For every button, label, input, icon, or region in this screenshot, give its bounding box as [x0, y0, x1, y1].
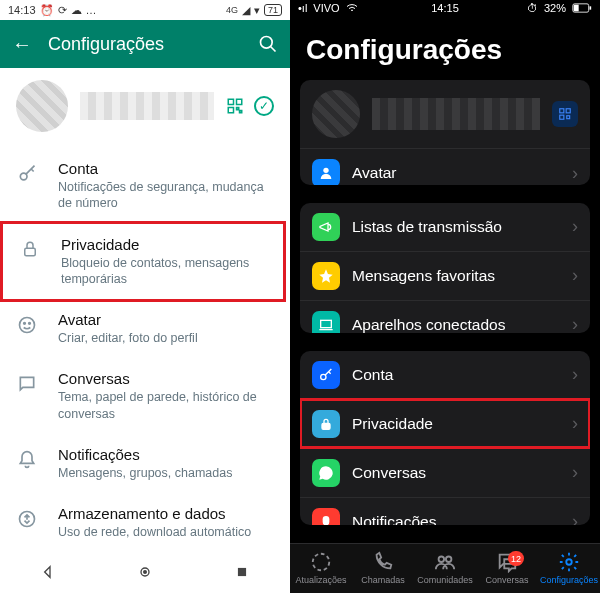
ios-item-favoritas[interactable]: Mensagens favoritas ›	[300, 251, 590, 300]
svg-line-1	[271, 47, 276, 52]
carrier-label: VIVO	[313, 2, 339, 14]
chevron-right-icon: ›	[572, 462, 578, 483]
tab-comunidades[interactable]: Comunidades	[414, 551, 476, 585]
svg-rect-29	[322, 423, 330, 429]
ios-item-conta[interactable]: Conta ›	[300, 351, 590, 399]
tab-label: Atualizações	[295, 575, 346, 585]
bell-icon	[312, 508, 340, 525]
item-sub: Bloqueio de contatos, mensagens temporár…	[61, 255, 271, 288]
cloud-icon: ☁	[71, 4, 82, 17]
status-ring-icon	[310, 551, 332, 573]
item-sub: Criar, editar, foto do perfil	[58, 330, 198, 346]
settings-item-privacidade[interactable]: PrivacidadeBloqueio de contatos, mensage…	[0, 221, 286, 303]
item-label: Notificações	[352, 513, 560, 525]
svg-point-34	[446, 557, 452, 563]
avatar	[16, 80, 68, 132]
check-circle-icon[interactable]: ✓	[254, 96, 274, 116]
tab-label: Chamadas	[361, 575, 405, 585]
wifi-icon: ▾	[254, 4, 260, 17]
svg-rect-5	[237, 108, 239, 110]
profile-name-blur	[372, 98, 540, 130]
android-app-bar: ← Configurações	[0, 20, 290, 68]
back-nav-icon[interactable]	[39, 563, 57, 581]
svg-rect-18	[238, 568, 246, 576]
recent-nav-icon[interactable]	[233, 563, 251, 581]
svg-rect-20	[574, 5, 579, 12]
svg-rect-6	[240, 111, 242, 113]
svg-rect-3	[237, 99, 242, 104]
tab-chamadas[interactable]: Chamadas	[352, 551, 414, 585]
tab-conversas[interactable]: 12 Conversas	[476, 551, 538, 585]
svg-point-0	[261, 37, 273, 49]
ios-item-aparelhos[interactable]: Aparelhos conectados ›	[300, 300, 590, 333]
ios-item-privacidade[interactable]: Privacidade ›	[300, 399, 590, 448]
face-icon	[16, 315, 38, 335]
star-icon	[312, 262, 340, 290]
android-nav-bar	[0, 551, 290, 593]
item-label: Listas de transmissão	[352, 218, 560, 236]
signal-icon: •ıl	[298, 2, 307, 14]
item-label: Conversas	[352, 464, 560, 482]
ios-profile-row[interactable]	[300, 80, 590, 148]
svg-rect-30	[323, 516, 330, 525]
chevron-right-icon: ›	[572, 216, 578, 237]
svg-rect-2	[228, 99, 233, 104]
qr-icon[interactable]	[226, 97, 244, 115]
svg-rect-4	[228, 108, 233, 113]
ios-status-bar: •ıl VIVO 14:15 ⏱ 32%	[290, 0, 600, 16]
svg-rect-22	[560, 109, 564, 113]
item-title: Conta	[58, 160, 274, 177]
profile-name-blur	[80, 92, 214, 120]
tab-atualizacoes[interactable]: Atualizações	[290, 551, 352, 585]
lock-icon	[312, 410, 340, 438]
alarm-icon: ⏰	[40, 4, 54, 17]
settings-item-armazenamento[interactable]: Armazenamento e dadosUso de rede, downlo…	[0, 493, 290, 551]
tab-configuracoes[interactable]: Configurações	[538, 551, 600, 585]
more-icon: …	[86, 4, 97, 16]
settings-item-conta[interactable]: ContaNotificações de segurança, mudança …	[0, 148, 290, 224]
ios-item-notificacoes[interactable]: Notificações ›	[300, 497, 590, 525]
qr-icon[interactable]	[552, 101, 578, 127]
android-screen: 14:13 ⏰ ⟳ ☁ … 4G ◢ ▾ 71 ← Configurações …	[0, 0, 290, 593]
tab-label: Conversas	[485, 575, 528, 585]
ios-item-avatar[interactable]: Avatar ›	[300, 148, 590, 184]
battery-icon: 71	[264, 4, 282, 16]
battery-pct: 32%	[544, 2, 566, 14]
ios-item-listas[interactable]: Listas de transmissão ›	[300, 203, 590, 251]
bell-icon	[16, 450, 38, 470]
item-title: Notificações	[58, 446, 232, 463]
laptop-icon	[312, 311, 340, 333]
android-status-bar: 14:13 ⏰ ⟳ ☁ … 4G ◢ ▾ 71	[0, 0, 290, 20]
settings-item-avatar[interactable]: AvatarCriar, editar, foto do perfil	[0, 299, 290, 358]
data-icon	[16, 509, 38, 529]
tab-badge: 12	[508, 551, 524, 566]
svg-point-35	[566, 560, 572, 566]
wifi-icon	[346, 3, 358, 13]
svg-point-11	[29, 323, 31, 325]
item-sub: Notificações de segurança, mudança de nú…	[58, 179, 274, 212]
svg-rect-25	[567, 116, 570, 119]
ios-group-3: Conta › Privacidade › Conversas › Notifi…	[300, 351, 590, 525]
signal-4g-icon: 4G	[226, 5, 238, 15]
android-profile-row[interactable]: ✓	[0, 68, 290, 148]
back-icon[interactable]: ←	[12, 33, 32, 56]
item-label: Mensagens favoritas	[352, 267, 560, 285]
chevron-right-icon: ›	[572, 265, 578, 286]
item-label: Avatar	[352, 164, 560, 182]
search-icon[interactable]	[258, 34, 278, 54]
ios-item-conversas[interactable]: Conversas ›	[300, 448, 590, 497]
signal-icon: ◢	[242, 4, 250, 17]
item-label: Conta	[352, 366, 560, 384]
item-title: Privacidade	[61, 236, 271, 253]
svg-rect-21	[590, 6, 592, 9]
svg-point-33	[439, 557, 445, 563]
people-icon	[434, 551, 456, 573]
settings-item-notificacoes[interactable]: NotificaçõesMensagens, grupos, chamadas	[0, 434, 290, 493]
sync-icon: ⟳	[58, 4, 67, 17]
ios-profile-card: Avatar ›	[300, 80, 590, 184]
svg-point-32	[313, 554, 330, 571]
item-title: Avatar	[58, 311, 198, 328]
settings-item-conversas[interactable]: ConversasTema, papel de parede, históric…	[0, 358, 290, 434]
avatar	[312, 90, 360, 138]
home-nav-icon[interactable]	[136, 563, 154, 581]
